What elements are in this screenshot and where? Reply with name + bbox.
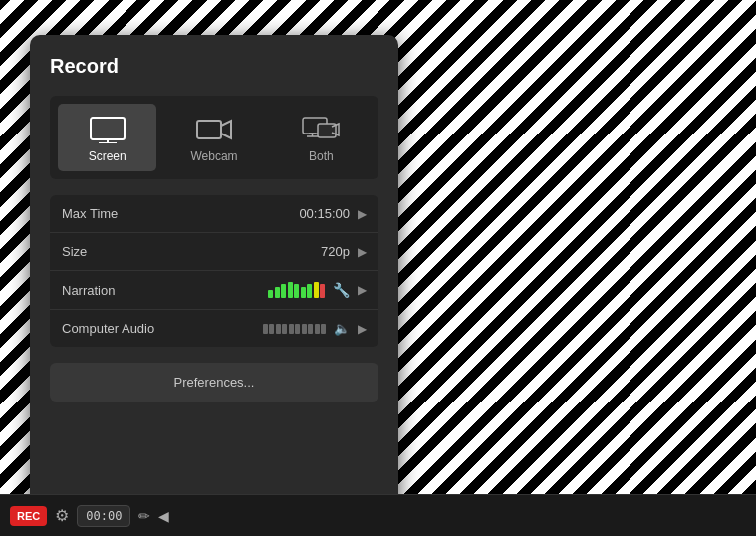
audio-bar-9 [315,324,320,334]
size-label: Size [62,244,181,259]
max-time-arrow: ▶ [358,207,367,221]
narration-bars [268,282,325,298]
narration-bar-1 [268,290,273,298]
edit-button[interactable]: ✏ [138,508,150,524]
svg-rect-4 [197,121,221,138]
webcam-label: Webcam [190,149,237,163]
narration-bar-8 [314,282,319,298]
audio-arrow: ▶ [358,322,367,336]
preferences-button[interactable]: Preferences... [50,363,378,402]
computer-audio-label: Computer Audio [62,321,181,336]
size-row[interactable]: Size 720p ▶ [50,233,378,271]
source-row: Screen Webcam Both [50,96,378,179]
settings-section: Max Time 00:15:00 ▶ Size 720p ▶ Narratio… [50,195,378,347]
audio-bar-5 [289,324,294,334]
narration-meter: 🔧 [181,282,350,298]
both-label: Both [309,149,334,163]
webcam-icon [195,116,233,143]
narration-row[interactable]: Narration 🔧 ▶ [50,271,378,310]
max-time-row[interactable]: Max Time 00:15:00 ▶ [50,195,378,233]
audio-bar-4 [282,324,287,334]
size-value: 720p [181,244,350,259]
narration-bar-9 [320,284,325,298]
audio-bar-3 [276,324,281,334]
audio-bar-8 [308,324,313,334]
audio-bar-6 [295,324,300,334]
source-webcam-button[interactable]: Webcam [164,104,263,171]
narration-label: Narration [62,283,181,298]
bottom-toolbar: REC ⚙ 00:00 ✏ ◀ [0,494,756,536]
speaker-icon: 🔈 [334,321,350,336]
timer-display: 00:00 [77,505,130,527]
panel-title: Record [50,55,378,78]
screen-label: Screen [89,149,126,163]
audio-bar-7 [302,324,307,334]
rec-button[interactable]: REC [10,506,47,526]
source-screen-button[interactable]: Screen [58,104,156,171]
max-time-value: 00:15:00 [181,206,350,221]
narration-arrow: ▶ [358,283,367,297]
size-arrow: ▶ [358,245,367,259]
audio-meter: 🔈 [181,321,350,336]
settings-gear-button[interactable]: ⚙ [55,506,69,525]
audio-bar-1 [263,324,268,334]
narration-bar-5 [294,284,299,298]
source-both-button[interactable]: Both [272,104,371,171]
both-icon [302,116,340,143]
screen-icon [89,116,126,143]
svg-rect-0 [91,118,125,139]
audio-bar-10 [321,324,326,334]
sound-button[interactable]: ◀ [158,508,169,524]
max-time-label: Max Time [62,206,181,221]
narration-bar-2 [275,287,280,298]
narration-bar-6 [301,287,306,298]
audio-meter-bars [263,322,327,336]
narration-bar-7 [307,284,312,298]
narration-bar-4 [288,282,293,298]
computer-audio-row[interactable]: Computer Audio 🔈 ▶ [50,310,378,347]
audio-bar-2 [269,324,274,334]
record-panel: Record Screen Webcam [30,35,398,513]
narration-bar-3 [281,284,286,298]
mic-icon: 🔧 [333,282,350,298]
